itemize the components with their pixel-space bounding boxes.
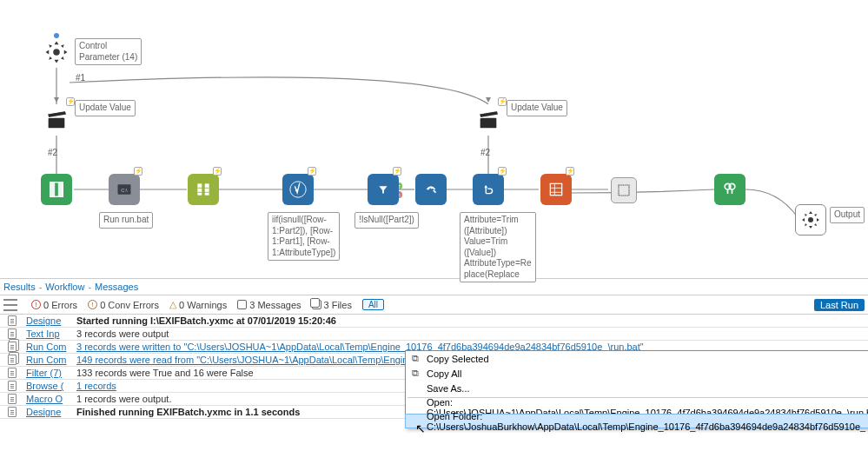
svg-point-21	[480, 182, 496, 197]
page-icon	[8, 407, 17, 417]
message-text: Started running I:\EXIFBatch.yxmc at 07/…	[73, 315, 868, 326]
svg-rect-14	[205, 183, 209, 195]
lightning-icon: ⚡	[134, 167, 142, 176]
lightning-icon: ⚡	[213, 167, 222, 176]
page-icon	[8, 381, 17, 391]
source-link[interactable]: Filter (7)	[24, 368, 73, 378]
messages-count[interactable]: 3 Messages	[237, 300, 301, 310]
action-left-label: Update Value	[75, 100, 136, 116]
run-command-tool[interactable]: C:\ ⚡	[109, 174, 140, 205]
files-icon	[8, 342, 17, 352]
table-row[interactable]: Text Inp3 records were output	[0, 328, 868, 341]
source-link[interactable]: Designe	[24, 407, 73, 417]
copy-icon: ⧉	[409, 353, 421, 364]
conv-errors-count[interactable]: !0 Conv Errors	[88, 300, 159, 310]
source-link[interactable]: Run Com	[24, 342, 73, 352]
text-input-tool[interactable]	[41, 174, 72, 205]
page-icon	[8, 394, 17, 404]
page-icon	[8, 368, 17, 378]
action-tool-right[interactable]: ⚡	[473, 104, 504, 136]
message-text: 3 records were output	[73, 328, 868, 339]
control-parameter-label: Control Parameter (14)	[75, 38, 142, 65]
wire-label-1: #1	[76, 73, 85, 83]
container-tool[interactable]	[611, 177, 637, 203]
page-icon	[8, 328, 17, 339]
lightning-icon: ⚡	[393, 167, 401, 176]
browse-tool[interactable]	[714, 174, 745, 205]
results-breadcrumb: Results- Workflow- Messages	[0, 278, 868, 295]
errors-count[interactable]: !0 Errors	[31, 300, 77, 310]
wire-label-2-right: #2	[480, 148, 490, 157]
multifield-formula-tool[interactable]: ⚡	[473, 174, 504, 205]
filter-all-button[interactable]: All	[362, 299, 384, 310]
formula-label: iif(isnull([Row- 1:Part2]), [Row- 1:Part…	[268, 212, 340, 261]
copy-all-icon: ⧉	[409, 368, 421, 379]
text-columns-tool[interactable]	[415, 174, 447, 205]
svg-point-22	[485, 186, 487, 189]
crumb-messages[interactable]: Messages	[95, 282, 138, 292]
menu-copy-all[interactable]: ⧉Copy All	[406, 366, 868, 381]
workflow-canvas[interactable]: T F #1 #2 #2 Control Parameter (14) ⚡ Up…	[0, 0, 868, 278]
menu-icon[interactable]	[3, 299, 17, 311]
svg-point-7	[53, 49, 60, 56]
last-run-button[interactable]: Last Run	[814, 299, 865, 311]
control-parameter-tool[interactable]	[41, 36, 72, 68]
action-tool-left[interactable]: ⚡	[41, 104, 72, 136]
lightning-icon: ⚡	[498, 167, 507, 176]
multifield-label: Attribute=Trim ([Attribute]) Value=Trim …	[460, 212, 536, 282]
results-toolbar: !0 Errors !0 Conv Errors △0 Warnings 3 M…	[0, 295, 868, 315]
run-bat-label: Run run.bat	[99, 212, 153, 229]
source-link[interactable]: Run Com	[24, 355, 73, 365]
filter-tool[interactable]: ⚡	[368, 174, 399, 205]
menu-copy-selected[interactable]: ⧉Copy Selected	[406, 351, 868, 366]
crosstab-tool[interactable]: ⚡	[540, 174, 572, 205]
warnings-count[interactable]: △0 Warnings	[169, 299, 227, 310]
crumb-results[interactable]: Results	[3, 282, 36, 292]
menu-save-as[interactable]: Save As...	[406, 381, 868, 395]
svg-rect-9	[480, 118, 497, 129]
source-link[interactable]: Text Inp	[24, 328, 73, 339]
svg-point-20	[431, 187, 433, 189]
svg-text:C:\: C:\	[121, 188, 128, 193]
svg-point-19	[427, 188, 429, 189]
svg-rect-8	[49, 118, 65, 129]
macro-output-tool[interactable]	[795, 204, 826, 236]
lightning-icon: ⚡	[66, 97, 75, 106]
files-count[interactable]: 3 Files	[312, 300, 352, 310]
output-label: Output	[830, 207, 865, 223]
menu-open-folder[interactable]: Open Folder: C:\Users\JoshuaBurkhow\AppD…	[405, 414, 868, 428]
source-link[interactable]: Designe	[24, 315, 73, 326]
source-link[interactable]: Browse (	[24, 381, 73, 391]
svg-rect-13	[197, 183, 202, 195]
filter-label: !IsNull([Part2])	[354, 212, 419, 229]
svg-point-18	[423, 182, 439, 197]
lightning-icon: ⚡	[308, 167, 316, 176]
svg-rect-24	[619, 185, 629, 196]
context-menu: ⧉Copy Selected ⧉Copy All Save As... Open…	[405, 350, 868, 428]
page-icon	[8, 315, 17, 326]
svg-rect-23	[550, 183, 561, 195]
files-icon	[8, 355, 17, 365]
crumb-workflow[interactable]: Workflow	[45, 282, 84, 292]
table-row[interactable]: DesigneStarted running I:\EXIFBatch.yxmc…	[0, 315, 868, 328]
lightning-icon: ⚡	[498, 97, 507, 106]
select-tool[interactable]: ⚡	[188, 174, 219, 205]
wire-label-2-left: #2	[48, 148, 57, 157]
svg-point-27	[808, 217, 813, 222]
lightning-icon: ⚡	[566, 167, 574, 176]
source-link[interactable]: Macro O	[24, 394, 73, 404]
svg-point-16	[295, 189, 298, 192]
action-right-label: Update Value	[507, 100, 567, 116]
multirow-formula-tool[interactable]: ⚡	[282, 174, 314, 205]
